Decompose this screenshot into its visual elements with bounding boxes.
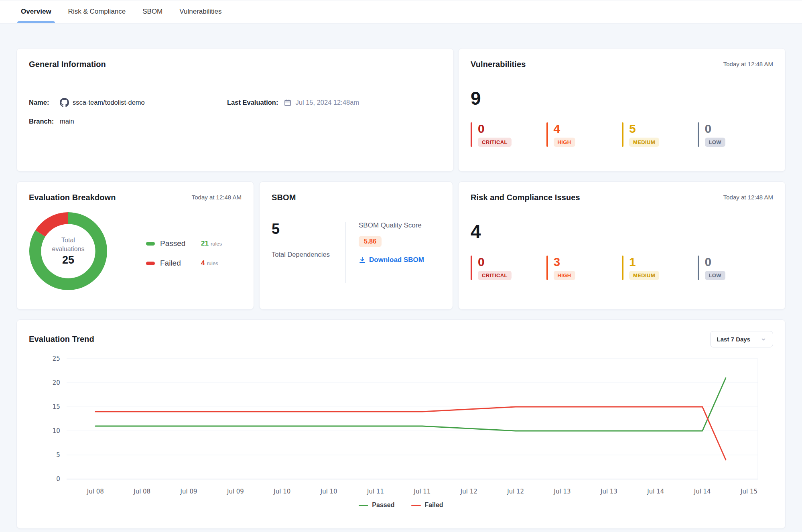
vulnerabilities-title: Vulnerabilities — [471, 60, 526, 69]
severity-badge: HIGH — [554, 138, 575, 147]
risk-compliance-title: Risk and Compliance Issues — [471, 193, 580, 202]
severity-bar — [471, 256, 472, 280]
severity-bar — [622, 122, 623, 147]
svg-text:Jul 14: Jul 14 — [647, 488, 664, 495]
download-sbom-label: Download SBOM — [369, 256, 424, 264]
calendar-icon — [284, 99, 292, 107]
date-range-selector[interactable]: Last 7 Days — [710, 331, 773, 347]
date-range-value: Last 7 Days — [717, 336, 750, 343]
severity-bar — [698, 122, 699, 147]
evaluation-breakdown-timestamp: Today at 12:48 AM — [192, 194, 242, 201]
severity-low: 0 LOW — [698, 122, 774, 147]
evaluations-donut-chart: Total evaluations 25 — [29, 212, 108, 290]
passed-count: 21 — [201, 240, 209, 248]
sbom-quality-score-badge: 5.86 — [359, 236, 382, 247]
vulnerabilities-card: Vulnerabilities Today at 12:48 AM 9 0 CR… — [458, 48, 786, 172]
total-dependencies-value: 5 — [272, 221, 345, 238]
severity-count: 0 — [705, 122, 726, 135]
chevron-down-icon — [761, 337, 766, 342]
svg-text:Jul 13: Jul 13 — [554, 488, 571, 495]
tab-vulnerabilities[interactable]: Vulnerabilities — [178, 0, 223, 23]
vulnerabilities-severity-row: 0 CRITICAL 4 HIGH 5 MEDIUM 0 LOW — [471, 122, 773, 147]
general-information-card: General Information Name: ssca-team/todo… — [16, 48, 454, 172]
severity-bar — [622, 256, 623, 280]
svg-text:25: 25 — [53, 355, 60, 362]
tab-sbom[interactable]: SBOM — [141, 0, 164, 23]
dashboard-page: General Information Name: ssca-team/todo… — [0, 23, 802, 529]
tab-overview-label: Overview — [21, 8, 51, 16]
tab-overview[interactable]: Overview — [20, 0, 53, 23]
severity-badge: LOW — [705, 271, 726, 280]
severity-count: 0 — [478, 256, 512, 268]
passed-unit: rules — [211, 241, 222, 247]
svg-text:Jul 11: Jul 11 — [413, 488, 430, 495]
failed-unit: rules — [207, 260, 218, 266]
failed-pill-icon — [146, 262, 155, 265]
evaluation-trend-line-chart: 0510152025Jul 08Jul 08Jul 09Jul 09Jul 10… — [29, 350, 773, 497]
severity-medium: 5 MEDIUM — [622, 122, 698, 147]
branch-value: main — [60, 118, 74, 125]
svg-text:0: 0 — [56, 475, 60, 483]
severity-badge: CRITICAL — [478, 271, 512, 280]
svg-text:Jul 14: Jul 14 — [694, 488, 711, 495]
evaluation-trend-card: Evaluation Trend Last 7 Days 0510152025J… — [16, 319, 786, 529]
severity-count: 3 — [554, 256, 575, 268]
sbom-title: SBOM — [272, 193, 441, 202]
severity-count: 5 — [629, 122, 659, 135]
severity-count: 0 — [478, 122, 512, 135]
branch-label: Branch: — [29, 118, 60, 125]
passed-pill-icon — [146, 242, 155, 246]
failed-legend-label: Failed — [160, 259, 201, 268]
svg-text:Jul 10: Jul 10 — [273, 488, 290, 495]
passed-line-icon — [359, 505, 368, 506]
sbom-quality-score-label: SBOM Quality Score — [359, 221, 424, 229]
github-icon — [60, 98, 69, 107]
total-dependencies-label: Total Dependencies — [272, 250, 332, 260]
evaluation-trend-title: Evaluation Trend — [29, 335, 94, 344]
risk-compliance-total: 4 — [471, 221, 773, 242]
top-nav: Overview Risk & Compliance SBOM Vulnerab… — [0, 0, 802, 23]
tab-risk-compliance-label: Risk & Compliance — [68, 8, 126, 16]
svg-text:Jul 11: Jul 11 — [367, 488, 384, 495]
failed-count: 4 — [201, 259, 205, 267]
svg-text:15: 15 — [53, 403, 60, 410]
svg-text:Jul 12: Jul 12 — [460, 488, 477, 495]
vulnerabilities-timestamp: Today at 12:48 AM — [723, 61, 773, 67]
svg-text:Jul 10: Jul 10 — [320, 488, 337, 495]
severity-critical: 0 CRITICAL — [471, 122, 546, 147]
tab-sbom-label: SBOM — [142, 8, 162, 16]
severity-bar — [546, 122, 548, 147]
svg-text:Jul 13: Jul 13 — [600, 488, 617, 495]
severity-badge: CRITICAL — [478, 138, 512, 147]
failed-line-icon — [411, 505, 421, 506]
repo-name-value[interactable]: ssca-team/todolist-demo — [73, 99, 145, 106]
risk-compliance-card: Risk and Compliance Issues Today at 12:4… — [458, 181, 786, 310]
severity-high: 3 HIGH — [546, 256, 622, 280]
evaluation-breakdown-card: Evaluation Breakdown Today at 12:48 AM T… — [16, 181, 254, 310]
svg-text:Jul 08: Jul 08 — [87, 488, 104, 495]
download-icon — [359, 256, 366, 264]
last-evaluation-label: Last Evaluation: — [227, 99, 278, 106]
vulnerabilities-total: 9 — [471, 88, 773, 109]
severity-badge: LOW — [705, 138, 726, 147]
general-information-title: General Information — [29, 60, 441, 69]
svg-text:Jul 15: Jul 15 — [740, 488, 757, 495]
svg-text:20: 20 — [53, 379, 60, 386]
breakdown-legend: Passed 21 rules Failed 4 rules — [146, 235, 242, 268]
severity-count: 4 — [554, 122, 575, 135]
svg-text:10: 10 — [53, 427, 60, 435]
svg-text:Jul 08: Jul 08 — [133, 488, 150, 495]
severity-badge: HIGH — [554, 271, 575, 280]
donut-total-value: 25 — [62, 254, 74, 266]
svg-text:Jul 12: Jul 12 — [507, 488, 524, 495]
name-label: Name: — [29, 99, 60, 106]
download-sbom-link[interactable]: Download SBOM — [359, 256, 424, 264]
last-evaluation-value: Jul 15, 2024 12:48am — [295, 99, 359, 106]
tab-risk-compliance[interactable]: Risk & Compliance — [67, 0, 127, 23]
severity-bar — [698, 256, 699, 280]
severity-medium: 1 MEDIUM — [622, 256, 698, 280]
svg-text:Jul 09: Jul 09 — [227, 488, 244, 495]
severity-count: 0 — [705, 256, 726, 268]
risk-compliance-timestamp: Today at 12:48 AM — [723, 194, 773, 201]
evaluation-breakdown-title: Evaluation Breakdown — [29, 193, 116, 202]
